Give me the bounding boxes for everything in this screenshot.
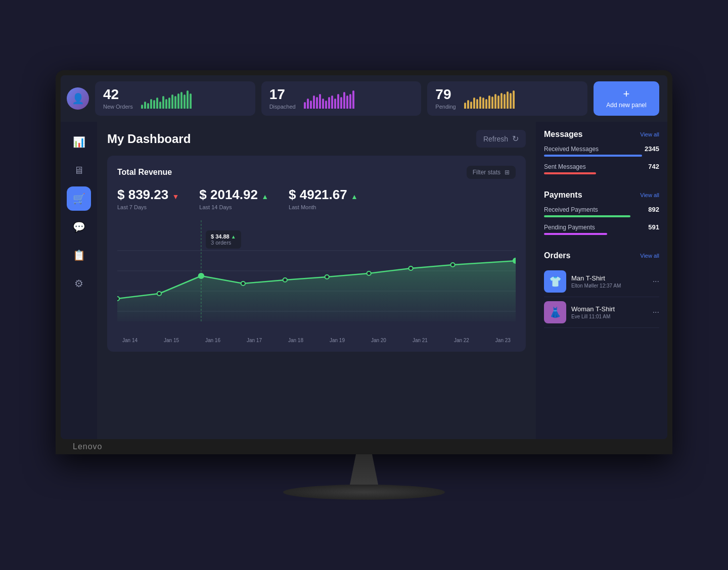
refresh-button[interactable]: Refresh ↻ (476, 130, 526, 148)
message-item: Sent Messages 742 (544, 163, 659, 174)
x-axis-label: Jan 16 (205, 338, 220, 343)
message-label: Pending Payments (544, 224, 595, 231)
line-chart (117, 220, 516, 331)
message-count: 742 (648, 163, 659, 170)
x-axis-label: Jan 17 (247, 338, 262, 343)
order-item: 👗 Woman T-Shirt Eve Lill 11:01 AM ··· (544, 297, 659, 328)
sidebar-item-chat-icon[interactable]: 💬 (67, 215, 91, 239)
svg-point-8 (199, 273, 204, 278)
orders-list: 👕 Man T-Shirt Elton Møller 12:37 AM ··· … (544, 266, 659, 328)
revenue-period: Last Month (289, 204, 358, 210)
order-name: Woman T-Shirt (571, 305, 648, 313)
add-panel-label: Add new panel (606, 102, 646, 109)
svg-point-6 (117, 297, 119, 301)
avatar[interactable]: 👤 (67, 87, 89, 110)
refresh-label: Refresh (483, 135, 508, 143)
dashboard-header: My Dashboard Refresh ↻ (107, 130, 526, 148)
stand-neck (344, 454, 384, 485)
orders-view-all[interactable]: View all (640, 253, 659, 259)
order-meta: Elton Møller 12:37 AM (571, 283, 648, 289)
stat-number: 17 (269, 87, 296, 102)
message-count: 892 (648, 206, 659, 213)
progress-bar (544, 215, 630, 217)
add-panel-button[interactable]: + Add new panel (594, 81, 659, 116)
messages-title: Messages (544, 130, 583, 139)
sidebar-item-chart-icon[interactable]: 📊 (67, 130, 91, 154)
x-axis-label: Jan 15 (164, 338, 179, 343)
order-options-button[interactable]: ··· (653, 277, 659, 286)
stat-label: New Orders (103, 104, 133, 110)
filter-stats-label: Filter stats (473, 169, 500, 176)
messages-view-all[interactable]: View all (640, 131, 659, 137)
screen: 👤 42 New Orders 17 Dispached 79 Pending … (61, 75, 667, 439)
payments-title: Payments (544, 191, 582, 200)
svg-point-14 (450, 263, 454, 267)
orders-header: Orders View all (544, 251, 659, 260)
chart-tooltip: $ 34.88 ▲ 3 orders (206, 230, 241, 249)
svg-marker-5 (117, 261, 516, 321)
payments-header: Payments View all (544, 191, 659, 200)
filter-stats-icon: ⊞ (505, 169, 510, 176)
mini-chart (141, 88, 192, 109)
trend-down-icon: ▼ (172, 193, 179, 201)
message-label: Received Payments (544, 206, 598, 213)
sidebar-item-clipboard-icon[interactable]: 📋 (67, 243, 91, 267)
revenue-period: Last 14 Days (199, 204, 268, 210)
revenue-amount: $ 839.23 ▼ (117, 187, 179, 203)
plus-icon: + (623, 88, 630, 100)
sidebar-item-cart-icon[interactable]: 🛒 (67, 186, 91, 211)
revenue-stat-1: $ 2014.92 ▲ Last 14 Days (199, 187, 268, 210)
stat-info: 79 Pending (435, 87, 456, 110)
order-name: Man T-Shirt (571, 274, 648, 282)
mini-chart (304, 88, 354, 109)
sidebar-item-settings-icon[interactable]: ⚙ (67, 271, 91, 296)
message-label: Received Messages (544, 146, 599, 153)
monitor-bezel-bottom: Lenovo (61, 439, 667, 454)
order-meta: Eve Lill 11:01 AM (571, 314, 648, 319)
progress-bar (544, 172, 596, 174)
stat-label: Pending (435, 104, 456, 110)
messages-header: Messages View all (544, 130, 659, 139)
sidebar-item-monitor-icon[interactable]: 🖥 (67, 158, 91, 182)
payments-list: Received Payments 892 Pending Payments 5… (544, 206, 659, 235)
order-info: Woman T-Shirt Eve Lill 11:01 AM (571, 305, 648, 319)
message-label: Sent Messages (544, 163, 586, 170)
payments-view-all[interactable]: View all (640, 192, 659, 198)
revenue-stat-2: $ 4921.67 ▲ Last Month (289, 187, 358, 210)
messages-section: Messages View all Received Messages 2345… (544, 130, 659, 180)
revenue-amount: $ 4921.67 ▲ (289, 187, 358, 203)
right-panel: Messages View all Received Messages 2345… (536, 122, 667, 439)
refresh-icon: ↻ (512, 134, 519, 144)
svg-point-13 (408, 266, 413, 270)
monitor-wrapper: 👤 42 New Orders 17 Dispached 79 Pending … (56, 70, 672, 500)
revenue-stats: $ 839.23 ▼ Last 7 Days $ 2014.92 ▲ Last … (117, 187, 516, 210)
revenue-title: Total Revenue (117, 168, 172, 177)
monitor-bezel: 👤 42 New Orders 17 Dispached 79 Pending … (56, 70, 672, 454)
x-labels: Jan 14Jan 15Jan 16Jan 17Jan 18Jan 19Jan … (117, 338, 516, 343)
message-count: 591 (648, 223, 659, 231)
filter-stats-button[interactable]: Filter stats ⊞ (467, 166, 516, 179)
revenue-period: Last 7 Days (117, 204, 179, 210)
tooltip-arrow-icon: ▲ (231, 234, 236, 240)
stat-card-1: 17 Dispached (261, 81, 422, 116)
message-item: Received Messages 2345 (544, 145, 659, 157)
sidebar: 📊🖥🛒💬📋⚙ (61, 122, 97, 439)
svg-point-15 (513, 258, 516, 263)
order-thumbnail: 👕 (544, 270, 566, 293)
stat-number: 79 (435, 87, 456, 102)
x-axis-label: Jan 23 (495, 338, 511, 343)
brand-label: Lenovo (73, 442, 103, 451)
svg-point-7 (157, 292, 161, 296)
revenue-card: Total Revenue Filter stats ⊞ $ 839.23 ▼ … (107, 156, 526, 352)
revenue-amount: $ 2014.92 ▲ (199, 187, 268, 203)
messages-list: Received Messages 2345 Sent Messages 742 (544, 145, 659, 174)
trend-up-icon: ▲ (261, 193, 268, 201)
message-item: Received Payments 892 (544, 206, 659, 217)
svg-point-9 (241, 281, 245, 286)
progress-bar (544, 233, 607, 235)
order-options-button[interactable]: ··· (653, 308, 659, 317)
x-axis-label: Jan 18 (288, 338, 303, 343)
stat-card-0: 42 New Orders (95, 81, 255, 116)
top-bar: 👤 42 New Orders 17 Dispached 79 Pending … (61, 75, 667, 122)
revenue-header: Total Revenue Filter stats ⊞ (117, 166, 516, 179)
